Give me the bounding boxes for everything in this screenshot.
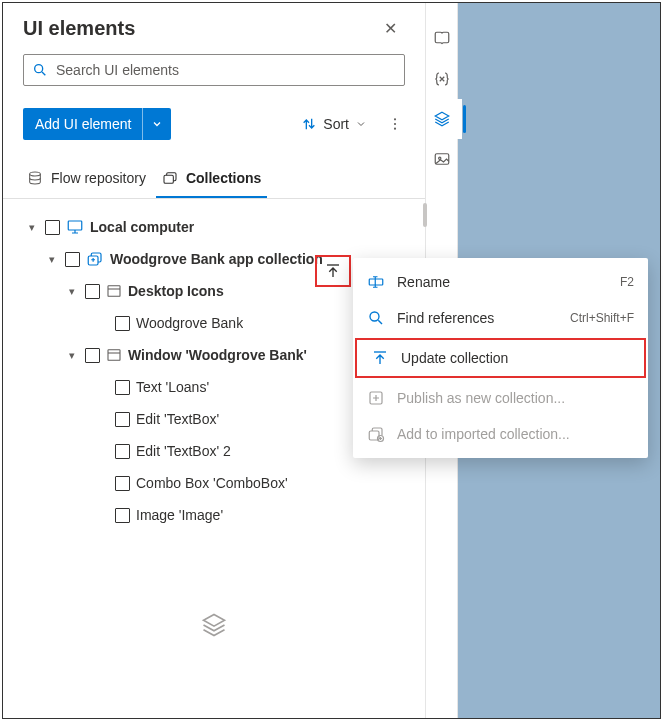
repository-icon [27,170,43,186]
rail-layers-icon[interactable] [422,99,462,139]
svg-point-5 [394,128,396,130]
add-ui-element-split[interactable] [142,108,171,140]
computer-icon [66,218,84,236]
scrollbar-thumb[interactable] [423,203,427,227]
tab-collections[interactable]: Collections [156,160,267,198]
window-icon [106,283,122,299]
context-menu: Rename F2 Find references Ctrl+Shift+F U… [353,258,648,458]
checkbox[interactable] [115,476,130,491]
checkbox[interactable] [115,444,130,459]
search-icon [367,309,385,327]
collections-icon [162,170,178,186]
checkbox[interactable] [85,284,100,299]
sort-icon [301,116,317,132]
menu-item-add-to-imported-collection: Add to imported collection... [353,416,648,452]
chevron-down-icon[interactable]: ▾ [25,221,39,234]
svg-point-4 [394,123,396,125]
search-icon [32,62,48,78]
checkbox[interactable] [115,316,130,331]
panel-title: UI elements [23,17,135,40]
checkbox[interactable] [115,508,130,523]
svg-rect-7 [164,175,173,183]
add-ui-element-button[interactable]: Add UI element [23,108,171,140]
svg-rect-10 [108,286,120,297]
search-field[interactable] [56,62,396,78]
tabs: Flow repository Collections [3,160,425,199]
menu-item-update-collection[interactable]: Update collection [355,338,646,378]
chevron-down-icon [355,118,367,130]
svg-point-13 [370,312,379,321]
checkbox[interactable] [115,380,130,395]
menu-item-find-references[interactable]: Find references Ctrl+Shift+F [353,300,648,336]
sort-button[interactable]: Sort [301,116,367,132]
upload-icon [371,349,389,367]
checkbox[interactable] [65,252,80,267]
tab-flow-repository[interactable]: Flow repository [21,160,152,198]
menu-item-rename[interactable]: Rename F2 [353,264,648,300]
svg-point-3 [394,118,396,120]
svg-point-2 [35,65,43,73]
chevron-down-icon[interactable]: ▾ [65,349,79,362]
tree-node-leaf[interactable]: ▾ Combo Box 'ComboBox' [9,467,419,499]
svg-rect-8 [68,221,82,230]
svg-point-6 [30,172,41,176]
close-icon[interactable]: ✕ [376,15,405,42]
svg-rect-12 [369,279,383,285]
svg-rect-11 [108,350,120,361]
menu-item-publish-as-new-collection: Publish as new collection... [353,380,648,416]
collection-icon [86,250,104,268]
more-options-button[interactable] [383,112,407,136]
chevron-down-icon[interactable]: ▾ [45,253,59,266]
tree-node-leaf[interactable]: ▾ Image 'Image' [9,499,419,531]
chevron-down-icon[interactable]: ▾ [65,285,79,298]
empty-state-icon [9,531,419,639]
update-collection-inline-button[interactable] [315,255,351,287]
add-collection-icon [367,425,385,443]
checkbox[interactable] [115,412,130,427]
chevron-down-icon [151,118,163,130]
upload-icon [324,262,342,280]
search-input[interactable] [23,54,405,86]
rail-images-icon[interactable] [422,139,462,179]
rail-variables-icon[interactable] [422,59,462,99]
rail-copilot-icon[interactable] [422,19,462,59]
rename-icon [367,273,385,291]
checkbox[interactable] [85,348,100,363]
window-icon [106,347,122,363]
publish-icon [367,389,385,407]
more-vertical-icon [387,116,403,132]
checkbox[interactable] [45,220,60,235]
tree-node-root[interactable]: ▾ Local computer [9,211,419,243]
